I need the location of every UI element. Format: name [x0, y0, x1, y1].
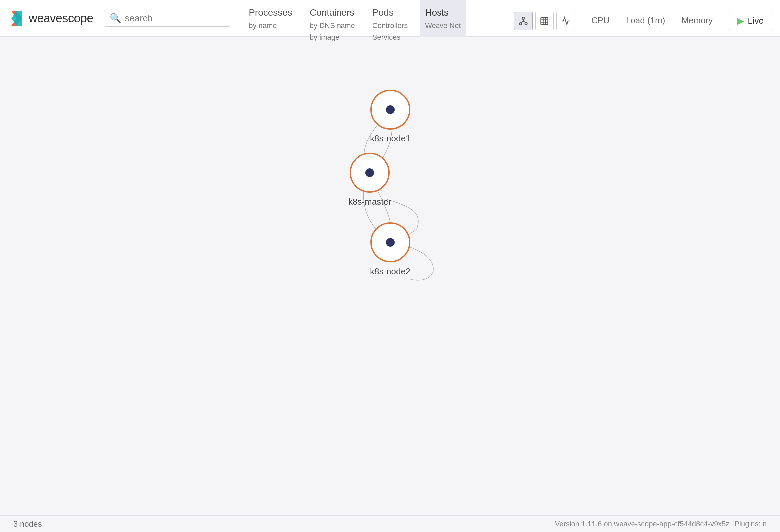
table-view-button[interactable] [535, 12, 554, 30]
node-dot-k8s-node1 [386, 105, 395, 114]
cpu-metric-button[interactable]: CPU [583, 12, 618, 29]
svg-line-7 [523, 21, 526, 22]
version-text: Version 1.11.6 on weave-scope-app-cf544d… [555, 520, 730, 528]
svg-rect-8 [541, 17, 548, 24]
chart-view-button[interactable] [556, 12, 575, 30]
nav-label-hosts: Hosts [425, 7, 449, 20]
memory-metric-button[interactable]: Memory [673, 12, 721, 29]
svg-point-3 [519, 22, 522, 24]
topology-icon [519, 16, 528, 25]
search-box[interactable]: 🔍 [104, 10, 230, 26]
plugins-text: Plugins: n [734, 520, 767, 528]
right-controls: CPU Load (1m) Memory ▶ Live [514, 6, 772, 30]
node-k8s-node1[interactable]: k8s-node1 [370, 90, 410, 144]
nav-label-processes: Processes [249, 7, 292, 20]
nav-label-containers: Containers [309, 7, 354, 20]
svg-line-6 [521, 21, 523, 22]
nodes-count: 3 nodes [13, 519, 42, 529]
main-canvas: k8s-node1 k8s-master k8s-node2 [0, 37, 780, 515]
node-label-k8s-node1: k8s-node1 [370, 134, 410, 144]
nav-item-hosts[interactable]: Hosts Weave Net [420, 0, 466, 37]
live-label: Live [748, 16, 764, 26]
node-k8s-master[interactable]: k8s-master [348, 153, 391, 207]
graph-container: k8s-node1 k8s-master k8s-node2 [290, 83, 490, 382]
footer: 3 nodes Version 1.11.6 on weave-scope-ap… [0, 515, 780, 532]
search-input[interactable] [125, 13, 225, 23]
nav-item-pods[interactable]: Pods Controllers Services [367, 0, 413, 37]
nav-sub-hosts-weavenet[interactable]: Weave Net [425, 20, 461, 31]
node-k8s-node2[interactable]: k8s-node2 [370, 222, 410, 277]
node-dot-k8s-master [365, 168, 374, 177]
nav-label-pods: Pods [373, 7, 394, 20]
main-nav: Processes by name Containers by DNS name… [244, 0, 473, 36]
logo: weavescope [8, 10, 93, 27]
node-circle-k8s-master [350, 153, 390, 193]
footer-info: Version 1.11.6 on weave-scope-app-cf544d… [555, 520, 767, 528]
nav-sub-processes-byname[interactable]: by name [249, 20, 277, 31]
node-label-k8s-master: k8s-master [348, 197, 391, 207]
chart-icon [561, 16, 570, 25]
logo-text: weavescope [29, 11, 93, 25]
svg-point-4 [525, 22, 527, 24]
table-icon [540, 16, 549, 25]
play-icon: ▶ [737, 15, 744, 26]
node-label-k8s-node2: k8s-node2 [370, 266, 410, 277]
svg-point-2 [522, 17, 524, 19]
node-circle-k8s-node1 [371, 90, 410, 129]
nav-item-containers[interactable]: Containers by DNS name by image [304, 0, 360, 37]
nav-sub-pods-controllers[interactable]: Controllers [373, 20, 407, 31]
nav-sub-containers-dnsname[interactable]: by DNS name [309, 20, 355, 31]
header: weavescope 🔍 Processes by name Container… [0, 0, 780, 37]
node-circle-k8s-node2 [371, 222, 410, 262]
search-icon: 🔍 [110, 13, 121, 23]
load-metric-button[interactable]: Load (1m) [618, 12, 674, 29]
nav-item-processes[interactable]: Processes by name [244, 0, 298, 37]
topology-view-button[interactable] [514, 12, 533, 30]
metric-buttons: CPU Load (1m) Memory [583, 12, 721, 29]
logo-icon [8, 10, 25, 27]
live-button[interactable]: ▶ Live [729, 12, 772, 30]
node-dot-k8s-node2 [386, 238, 395, 247]
